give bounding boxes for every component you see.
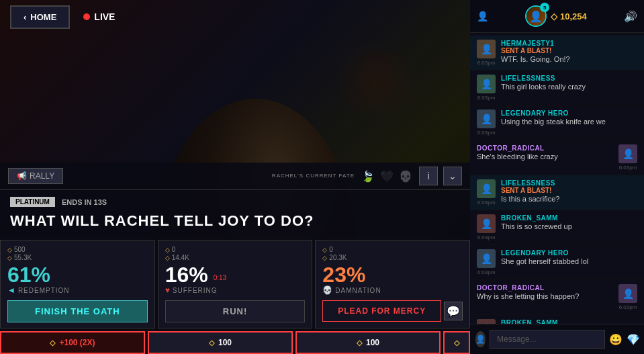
msg-time-msg6: 6:03pm (477, 234, 496, 240)
chat-input-area: 👤 😀 💎 (470, 324, 644, 354)
chat-messages[interactable]: 👤6:03pmHERMAJESTY1SENT A BLAST!WTF. Is. … (470, 33, 644, 324)
msg-name-msg8: DOCTOR_RADICAL (477, 284, 613, 292)
msg-text-msg2: This girl looks really crazy (501, 82, 637, 92)
question-panel: PLATINUM ENDS IN 13S WHAT WILL RACHEL TE… (0, 190, 470, 240)
fate-icon-skull: 💀 (398, 168, 414, 184)
vote-run-icon: ◇ (209, 339, 214, 347)
bottom-panel: 📢 RALLY RACHEL'S CURRENT FATE 🍃 🖤 💀 i ⌄ … (0, 163, 470, 354)
msg-content-msg8: DOCTOR_RADICALWhy is she letting this ha… (477, 284, 613, 302)
chat-bubble-icon[interactable]: 💬 (444, 302, 463, 320)
msg-time-msg5: 6:03pm (477, 200, 496, 206)
chat-message-msg2: 👤6:03pmLIFELESSNESSThis girl looks reall… (470, 71, 644, 105)
choice-run-points: ◇0 ◇14.4K (165, 246, 306, 261)
chat-message-msg1: 👤6:03pmHERMAJESTY1SENT A BLAST!WTF. Is. … (470, 36, 644, 71)
msg-name-msg1: HERMAJESTY1 (501, 40, 637, 47)
fate-section: RACHEL'S CURRENT FATE 🍃 🖤 💀 (272, 168, 414, 184)
msg-avatar-msg8: 👤 (618, 284, 637, 303)
suffering-icon: ♥ (165, 285, 170, 295)
msg-time-msg1: 6:03pm (477, 60, 496, 66)
choice-run-timer: 0:13 (214, 274, 226, 281)
finish-oath-button[interactable]: FINISH THE OATH (7, 300, 148, 322)
msg-content-msg1: HERMAJESTY1SENT A BLAST!WTF. Is. Going. … (501, 40, 637, 64)
vote-finish-label: +100 (2X) (59, 338, 95, 347)
chat-header: 👤 👤 5 ◇ 10,254 🔊 (470, 0, 644, 33)
choice-mercy-sublabel: DAMNATION (335, 287, 381, 294)
msg-avatar-msg9: 👤 (477, 319, 496, 324)
mercy-button[interactable]: PLEAD FOR MERCY (322, 300, 441, 322)
choice-mercy-top: 0 (329, 246, 333, 253)
chat-message-msg8: 👤6:03pmDOCTOR_RADICALWhy is she letting … (470, 280, 644, 315)
vote-extra-icon: ◇ (454, 339, 459, 347)
msg-name-msg2: LIFELESSNESS (501, 75, 637, 82)
fate-icon-leaf: 🍃 (360, 168, 376, 184)
msg-avatar-msg7: 👤 (477, 249, 496, 268)
choice-run-bottom: 14.4K (172, 254, 189, 261)
choices-row: ◇500 ◇55.3K 61% ◄ REDEMPTION FINISH THE … (0, 240, 470, 328)
msg-name-msg4: DOCTOR_RADICAL (477, 144, 613, 152)
vote-mercy-label: 100 (366, 338, 379, 347)
damnation-icon: 💀 (322, 285, 332, 295)
msg-name-msg3: LEGENDARY HERO (501, 109, 637, 117)
choice-finish: ◇500 ◇55.3K 61% ◄ REDEMPTION FINISH THE … (0, 240, 155, 328)
live-dot (83, 13, 90, 20)
question-text: WHAT WILL RACHEL TELL JOY TO DO? (10, 212, 460, 230)
megaphone-icon: 📢 (17, 171, 27, 181)
msg-avatar-msg2: 👤 (477, 75, 496, 93)
run-button[interactable]: RUN! (165, 300, 306, 322)
rally-bar: 📢 RALLY RACHEL'S CURRENT FATE 🍃 🖤 💀 i ⌄ (0, 163, 470, 190)
avatar-wrapper: 👤 5 (525, 5, 547, 27)
msg-time-msg4: 6:03pm (619, 165, 637, 171)
msg-avatar-msg4: 👤 (618, 144, 637, 163)
choice-finish-icon-row: ◄ REDEMPTION (7, 285, 148, 295)
chat-message-msg3: 👤6:03pmLEGENDARY HEROUsing the big steak… (470, 105, 644, 140)
choice-run-percent-row: 16% 0:13 (165, 264, 306, 285)
msg-avatar-msg1: 👤 (477, 40, 496, 58)
msg-content-msg4: DOCTOR_RADICALShe's bleeding like crazy (477, 144, 613, 162)
vote-finish-item[interactable]: ◇ +100 (2X) (0, 331, 145, 354)
user-profile: 👤 5 ◇ 10,254 (525, 5, 586, 27)
chevron-down-button[interactable]: ⌄ (443, 167, 462, 185)
chat-message-msg4: 👤6:03pmDOCTOR_RADICALShe's bleeding like… (470, 140, 644, 175)
vote-mercy-item[interactable]: ◇ 100 (295, 331, 441, 354)
msg-text-msg1: WTF. Is. Going. On!? (501, 54, 637, 64)
home-button[interactable]: ‹ HOME (10, 5, 70, 29)
fate-icon-heart: 🖤 (379, 168, 395, 184)
blast-label-msg5: SENT A BLAST! (501, 187, 637, 194)
chat-message-msg7: 👤6:03pmLEGENDARY HEROShe got herself sta… (470, 245, 644, 280)
top-bar: ‹ HOME LIVE (0, 0, 470, 34)
badge-row: PLATINUM ENDS IN 13S (10, 197, 460, 207)
choice-run-percent: 16% (165, 264, 208, 285)
vote-run-label: 100 (218, 338, 232, 347)
choice-finish-sublabel: REDEMPTION (18, 287, 70, 294)
fate-label-block: RACHEL'S CURRENT FATE (272, 173, 355, 179)
msg-time-msg7: 6:03pm (477, 269, 496, 275)
msg-text-msg3: Using the big steak knife are we (501, 117, 637, 127)
rally-button[interactable]: 📢 RALLY (8, 168, 63, 184)
msg-content-msg7: LEGENDARY HEROShe got herself stabbed lo… (501, 249, 637, 267)
msg-content-msg2: LIFELESSNESSThis girl looks really crazy (501, 75, 637, 92)
live-badge: LIVE (83, 11, 115, 22)
vote-extra-item[interactable]: ◇ (443, 331, 470, 354)
msg-time-msg2: 6:03pm (477, 95, 496, 101)
msg-avatar-msg5: 👤 (477, 179, 496, 198)
vote-run-item[interactable]: ◇ 100 (148, 331, 293, 354)
chat-input[interactable] (490, 330, 605, 349)
msg-time-msg8: 6:03pm (619, 304, 637, 310)
live-label: LIVE (94, 11, 115, 22)
choice-mercy-icon-row: 💀 DAMNATION (322, 285, 463, 295)
emoji-button[interactable]: 😀 (609, 333, 623, 346)
choice-finish-top: 500 (14, 246, 26, 253)
choice-finish-bottom: 55.3K (14, 254, 32, 261)
choice-finish-points: ◇500 ◇55.3K (7, 246, 148, 261)
info-button[interactable]: i (419, 167, 438, 185)
choice-run-sublabel: SUFFERING (173, 287, 218, 294)
fate-label: RACHEL'S CURRENT FATE (272, 173, 355, 179)
notification-badge: 5 (540, 3, 549, 12)
sound-button[interactable]: 🔊 (624, 10, 637, 23)
choice-mercy-percent: 23% (322, 264, 463, 285)
choice-mercy-bottom: 20.3K (329, 254, 347, 261)
gift-button[interactable]: 💎 (627, 333, 640, 346)
chat-message-msg5: 👤6:03pmLIFELESSNESSSENT A BLAST!Is this … (470, 175, 644, 210)
choice-finish-percent: 61% (7, 264, 148, 285)
msg-content-msg5: LIFELESSNESSSENT A BLAST!Is this a sacri… (501, 179, 637, 204)
